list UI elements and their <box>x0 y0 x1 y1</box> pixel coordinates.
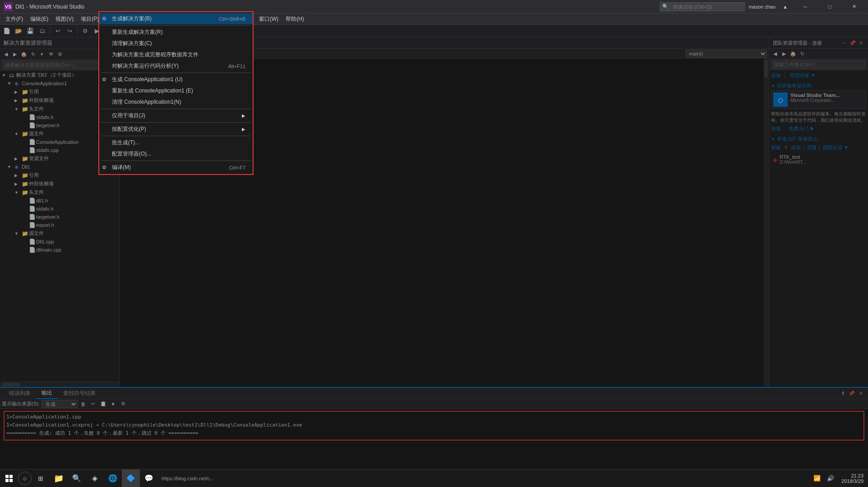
editor-vscroll[interactable] <box>763 59 769 387</box>
file-dllmain-cpp[interactable]: 📄 dllmain.cpp <box>0 246 119 254</box>
git-viewsel-link[interactable]: 视图选项 ▼ <box>822 144 849 151</box>
git-add-link[interactable]: 添加 <box>791 144 801 151</box>
file-stdafx-h-2[interactable]: 📄 stdafx.h <box>0 205 119 213</box>
provider-free-link[interactable]: 免费入门 ▶ <box>789 125 815 132</box>
output-wrap-btn[interactable]: ↩ <box>89 400 97 408</box>
extdep1-icon: 📁 <box>22 97 29 104</box>
menu-view[interactable]: 视图(V) <box>52 14 77 25</box>
connect-link[interactable]: 连接 <box>771 72 781 79</box>
te-home-btn[interactable]: 🏠 <box>789 50 797 58</box>
menu-help[interactable]: 帮助(H) <box>282 14 308 25</box>
output-source-select[interactable]: 生成 调试 <box>42 400 78 408</box>
taskbar-search[interactable]: 🔍 <box>68 469 86 487</box>
se-showall-btn[interactable]: 👁 <box>47 50 55 58</box>
menu-clean-consoleapp[interactable]: 清理 ConsoleApplication1(N) <box>99 96 253 108</box>
tb-redo[interactable]: ↪ <box>65 26 74 36</box>
bottom-panel-float-btn[interactable]: ⬆ <box>839 390 846 397</box>
start-button[interactable] <box>0 469 18 487</box>
taskbar-vs[interactable]: 🔷 <box>122 469 140 487</box>
se-back-btn[interactable]: ◀ <box>2 50 10 58</box>
menu-profile-guided[interactable]: 按配置优化(P) ▶ <box>99 124 253 135</box>
menu-build-consoleapp[interactable]: ⚙ 生成 ConsoleApplication1 (U) <box>99 74 253 85</box>
file-targetver-h-2[interactable]: 📄 targetver.h <box>0 213 119 221</box>
repo-item[interactable]: ◈ RTK_test D:\Work\RT... <box>771 153 866 166</box>
vs-logo-icon: VS <box>4 2 13 11</box>
manage-link[interactable]: 管理连接 ▼ <box>790 72 816 79</box>
te-refresh-btn[interactable]: ↻ <box>798 50 806 58</box>
tray-network[interactable]: 📶 <box>811 469 823 487</box>
proj2-extdeps[interactable]: ▶ 📁 外部依赖项 <box>0 179 119 188</box>
menu-config-manager[interactable]: 配置管理器(O)... <box>99 148 253 160</box>
quick-launch-input[interactable] <box>670 2 743 11</box>
se-home-btn[interactable]: 🏠 <box>20 50 28 58</box>
tab-output[interactable]: 输出 <box>36 388 58 399</box>
output-settings-btn[interactable]: ⚙ <box>119 400 127 408</box>
connect-section: 连接 | 管理连接 ▼ <box>771 72 866 79</box>
tab-find-symbol[interactable]: 查找符号结果 <box>58 388 101 399</box>
menu-compile[interactable]: ⚙ 编译(M) Ctrl+F7 <box>99 162 253 173</box>
se-forward-btn[interactable]: ▶ <box>11 50 19 58</box>
output-copy-btn[interactable]: 📋 <box>99 400 107 408</box>
menu-project-only[interactable]: 仅用于项目(J) ▶ <box>99 110 253 121</box>
file-export-h[interactable]: 📄 export.h <box>0 221 119 229</box>
menu-clean-solution[interactable]: 清理解决方案(C) <box>99 38 253 49</box>
proj2-sources[interactable]: ▼ 📁 源文件 <box>0 229 119 238</box>
te-forward-btn[interactable]: ▶ <box>780 50 788 58</box>
bottom-panel-close-btn[interactable]: ✕ <box>857 390 864 397</box>
menu-window[interactable]: 窗口(W) <box>255 14 282 25</box>
menu-rebuild-solution[interactable]: 重新生成解决方案(R) <box>99 27 253 38</box>
file-dll1-cpp[interactable]: 📄 Dll1.cpp <box>0 238 119 246</box>
taskbar-cortana[interactable]: ○ <box>18 472 32 485</box>
tb-save[interactable]: 💾 <box>25 26 35 36</box>
git-clone-link[interactable]: 克隆 <box>807 144 817 151</box>
taskbar-app1[interactable]: ◈ <box>86 469 104 487</box>
minimize-button[interactable]: ─ <box>795 0 816 14</box>
provider-connect-link[interactable]: 连接... <box>771 125 785 132</box>
te-pin2-button[interactable]: 📌 <box>849 39 856 46</box>
se-refresh-btn[interactable]: ↻ <box>29 50 37 58</box>
proj2-headers[interactable]: ▼ 📁 头文件 <box>0 188 119 197</box>
menu-code-analysis[interactable]: 对解决方案运行代码分析(Y) Alt+F11 <box>99 60 253 72</box>
te-search-bar <box>769 59 868 70</box>
taskbar-explorer[interactable]: 📁 <box>50 469 68 487</box>
tb-undo[interactable]: ↩ <box>53 26 63 36</box>
menu-batch-build[interactable]: 批生成(T)... <box>99 137 253 148</box>
se-filter-btn[interactable]: ▾ <box>38 50 46 58</box>
menu-build-solution[interactable]: ⚙ 生成解决方案(B) Ctrl+Shift+B <box>99 13 253 24</box>
se-hscroll[interactable] <box>0 381 119 387</box>
te-search-input[interactable] <box>772 60 865 69</box>
tb-open[interactable]: 📂 <box>14 26 23 36</box>
compile-label: 编译(M) <box>112 164 131 171</box>
taskbar-chrome[interactable]: 🌐 <box>104 469 122 487</box>
menu-gen-pdb[interactable]: 为解决方案生成完整程序数据库文件 <box>99 49 253 60</box>
build-ca-icon: ⚙ <box>102 77 109 83</box>
scpp1-label: stdafx.cpp <box>36 147 59 153</box>
hdr1-arrow: ▼ <box>14 107 22 111</box>
menu-edit[interactable]: 编辑(E) <box>27 14 52 25</box>
taskbar-taskview[interactable]: ⊞ <box>32 469 50 487</box>
tb-build-icon[interactable]: ⚙ <box>80 26 90 36</box>
tb-save-all[interactable]: 🗂 <box>37 26 47 36</box>
te-back-btn[interactable]: ◀ <box>771 50 779 58</box>
src2-arrow: ▼ <box>14 231 22 236</box>
te-pin-button[interactable]: ─ <box>841 39 848 46</box>
member-select[interactable]: main() <box>686 50 767 58</box>
compile-icon: ⚙ <box>102 165 109 170</box>
menu-rebuild-consoleapp[interactable]: 重新生成 ConsoleApplication1 (E) <box>99 85 253 96</box>
file-dll1-h[interactable]: 📄 dll1.h <box>0 197 119 205</box>
maximize-button[interactable]: □ <box>819 0 840 14</box>
tb-new-project[interactable]: 📄 <box>2 26 12 36</box>
git-new-link[interactable]: 新建 <box>771 144 781 151</box>
tab-error-list[interactable]: 错误列表 <box>4 388 36 399</box>
tray-volume[interactable]: 🔊 <box>824 469 837 487</box>
taskbar-wechat[interactable]: 💬 <box>140 469 158 487</box>
se-properties-btn[interactable]: ⚙ <box>56 50 64 58</box>
close-button[interactable]: ✕ <box>844 0 864 14</box>
output-filter-btn[interactable]: ▼ <box>109 400 117 408</box>
src2-label: 源文件 <box>29 230 44 237</box>
te-close-button[interactable]: ✕ <box>857 39 864 46</box>
taskbar-clock[interactable]: 21:23 2018/3/29 <box>837 473 868 484</box>
bottom-panel-pin-btn[interactable]: 📌 <box>848 390 855 397</box>
output-clear-btn[interactable]: 🗑 <box>79 400 88 408</box>
menu-file[interactable]: 文件(F) <box>2 14 27 25</box>
